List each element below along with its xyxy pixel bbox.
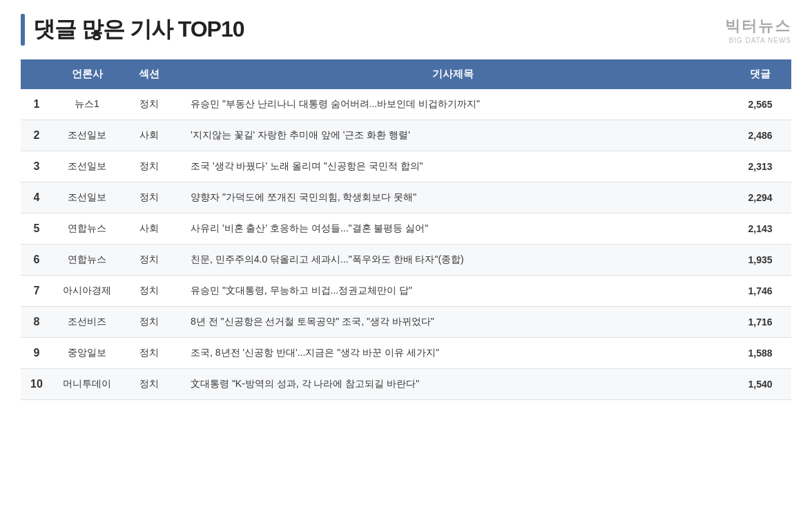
table-row: 9중앙일보정치조국, 8년전 '신공항 반대'...지금은 "생각 바꾼 이유 … bbox=[21, 338, 791, 369]
cell-section: 정치 bbox=[122, 276, 177, 307]
cell-title: 文대통령 "K-방역의 성과, 각 나라에 참고되길 바란다" bbox=[177, 369, 729, 400]
cell-section: 사회 bbox=[122, 214, 177, 245]
cell-press: 중앙일보 bbox=[52, 338, 122, 369]
col-header-section: 섹션 bbox=[122, 59, 177, 89]
col-header-press: 언론사 bbox=[52, 59, 122, 89]
page-header: 댓글 많은 기사 TOP10 빅터뉴스 BIG DATA NEWS bbox=[21, 14, 791, 46]
cell-comments: 1,935 bbox=[729, 245, 791, 276]
table-row: 6연합뉴스정치친문, 민주주의4.0 닦올리고 세과시..."폭우와도 한배 타… bbox=[21, 245, 791, 276]
rankings-table: 언론사 섹션 기사제목 댓글 1뉴스1정치유승민 "부동산 난리나니 대통령 숨… bbox=[21, 59, 791, 400]
table-row: 3조선일보정치조국 '생각 바꿨다' 노래 올리며 "신공항은 국민적 합의"2… bbox=[21, 151, 791, 182]
cell-section: 정치 bbox=[122, 369, 177, 400]
logo-main: 빅터뉴스 bbox=[725, 16, 791, 37]
table-row: 10머니투데이정치文대통령 "K-방역의 성과, 각 나라에 참고되길 바란다"… bbox=[21, 369, 791, 400]
cell-press: 조선일보 bbox=[52, 120, 122, 151]
col-header-title: 기사제목 bbox=[177, 59, 729, 89]
table-row: 2조선일보사회'지지않는 꽃길' 자랑한 추미애 앞에 '근조 화환 행렬'2,… bbox=[21, 120, 791, 151]
table-row: 5연합뉴스사회사유리 '비혼 출산' 호응하는 여성들..."결혼 불평등 싫어… bbox=[21, 214, 791, 245]
table-row: 8조선비즈정치8년 전 "신공항은 선거철 토목공약" 조국, "생각 바뀌었다… bbox=[21, 307, 791, 338]
cell-section: 정치 bbox=[122, 307, 177, 338]
cell-section: 정치 bbox=[122, 182, 177, 214]
cell-rank: 7 bbox=[21, 276, 52, 307]
cell-title: 사유리 '비혼 출산' 호응하는 여성들..."결혼 불평등 싫어" bbox=[177, 214, 729, 245]
cell-press: 연합뉴스 bbox=[52, 245, 122, 276]
cell-comments: 1,540 bbox=[729, 369, 791, 400]
cell-comments: 1,716 bbox=[729, 307, 791, 338]
cell-title: 조국, 8년전 '신공항 반대'...지금은 "생각 바꾼 이유 세가지" bbox=[177, 338, 729, 369]
table-row: 7아시아경제정치유승민 "文대통령, 무능하고 비겁...정권교체만이 답"1,… bbox=[21, 276, 791, 307]
cell-rank: 10 bbox=[21, 369, 52, 400]
cell-comments: 2,143 bbox=[729, 214, 791, 245]
table-header: 언론사 섹션 기사제목 댓글 bbox=[21, 59, 791, 89]
cell-rank: 4 bbox=[21, 182, 52, 214]
cell-title: 조국 '생각 바꿨다' 노래 올리며 "신공항은 국민적 합의" bbox=[177, 151, 729, 182]
cell-comments: 2,565 bbox=[729, 89, 791, 120]
title-bar-accent bbox=[21, 14, 25, 46]
rankings-table-wrapper: 언론사 섹션 기사제목 댓글 1뉴스1정치유승민 "부동산 난리나니 대통령 숨… bbox=[21, 59, 791, 400]
cell-section: 사회 bbox=[122, 120, 177, 151]
cell-section: 정치 bbox=[122, 245, 177, 276]
cell-press: 조선비즈 bbox=[52, 307, 122, 338]
cell-rank: 8 bbox=[21, 307, 52, 338]
cell-press: 아시아경제 bbox=[52, 276, 122, 307]
cell-press: 뉴스1 bbox=[52, 89, 122, 120]
table-row: 4조선일보정치양향자 "가덕도에 쪼개진 국민의힘, 학생회보다 못해"2,29… bbox=[21, 182, 791, 214]
col-header-comments: 댓글 bbox=[729, 59, 791, 89]
cell-press: 머니투데이 bbox=[52, 369, 122, 400]
col-header-rank bbox=[21, 59, 52, 89]
table-body: 1뉴스1정치유승민 "부동산 난리나니 대통령 숨어버려...바보인데 비겁하기… bbox=[21, 89, 791, 400]
table-row: 1뉴스1정치유승민 "부동산 난리나니 대통령 숨어버려...바보인데 비겁하기… bbox=[21, 89, 791, 120]
cell-comments: 2,294 bbox=[729, 182, 791, 214]
cell-title: 8년 전 "신공항은 선거철 토목공약" 조국, "생각 바뀌었다" bbox=[177, 307, 729, 338]
cell-section: 정치 bbox=[122, 151, 177, 182]
cell-rank: 6 bbox=[21, 245, 52, 276]
page-title: 댓글 많은 기사 TOP10 bbox=[33, 15, 244, 45]
cell-section: 정치 bbox=[122, 338, 177, 369]
cell-section: 정치 bbox=[122, 89, 177, 120]
cell-rank: 9 bbox=[21, 338, 52, 369]
logo-area: 빅터뉴스 BIG DATA NEWS bbox=[725, 16, 791, 44]
cell-comments: 2,313 bbox=[729, 151, 791, 182]
cell-press: 연합뉴스 bbox=[52, 214, 122, 245]
cell-press: 조선일보 bbox=[52, 182, 122, 214]
cell-title: 유승민 "부동산 난리나니 대통령 숨어버려...바보인데 비겁하기까지" bbox=[177, 89, 729, 120]
cell-rank: 1 bbox=[21, 89, 52, 120]
cell-rank: 2 bbox=[21, 120, 52, 151]
cell-rank: 3 bbox=[21, 151, 52, 182]
cell-comments: 1,588 bbox=[729, 338, 791, 369]
cell-rank: 5 bbox=[21, 214, 52, 245]
logo-sub: BIG DATA NEWS bbox=[729, 37, 791, 44]
cell-title: '지지않는 꽃길' 자랑한 추미애 앞에 '근조 화환 행렬' bbox=[177, 120, 729, 151]
title-section: 댓글 많은 기사 TOP10 bbox=[21, 14, 244, 46]
cell-title: 친문, 민주주의4.0 닦올리고 세과시..."폭우와도 한배 타자"(종합) bbox=[177, 245, 729, 276]
cell-comments: 1,746 bbox=[729, 276, 791, 307]
cell-title: 유승민 "文대통령, 무능하고 비겁...정권교체만이 답" bbox=[177, 276, 729, 307]
cell-press: 조선일보 bbox=[52, 151, 122, 182]
cell-title: 양향자 "가덕도에 쪼개진 국민의힘, 학생회보다 못해" bbox=[177, 182, 729, 214]
cell-comments: 2,486 bbox=[729, 120, 791, 151]
